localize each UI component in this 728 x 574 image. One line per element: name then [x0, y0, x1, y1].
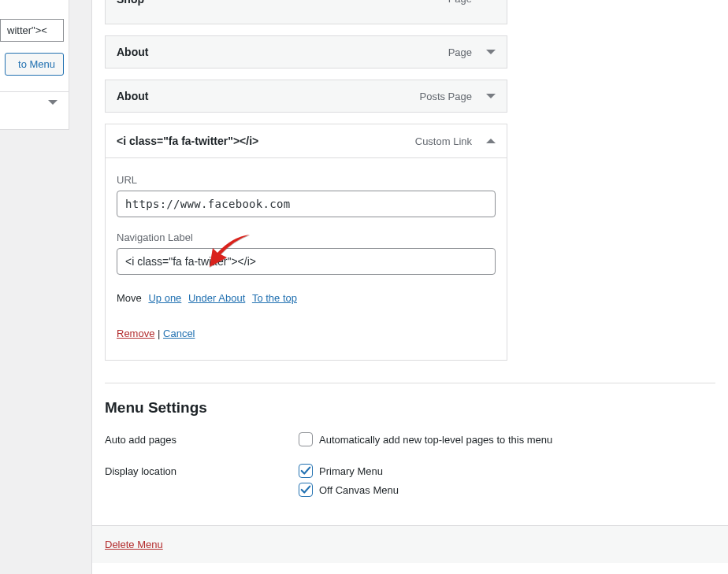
left-accordion-toggle[interactable]: [0, 91, 69, 129]
delete-menu-link[interactable]: Delete Menu: [105, 539, 163, 550]
menu-item-type: Custom Link: [415, 135, 472, 147]
url-input[interactable]: [117, 191, 496, 217]
move-under-link[interactable]: Under About: [188, 292, 245, 304]
navigation-label-label: Navigation Label: [117, 231, 496, 243]
chevron-up-icon[interactable]: [486, 139, 496, 143]
chevron-down-icon: [48, 100, 58, 117]
menu-item-about-page[interactable]: About Page: [105, 35, 507, 69]
off-canvas-menu-label: Off Canvas Menu: [319, 484, 399, 496]
auto-add-pages-label: Auto add pages: [105, 432, 299, 446]
item-actions: Remove | Cancel: [117, 328, 496, 339]
menu-item-custom-link-header[interactable]: <i class="fa fa-twitter"></i> Custom Lin…: [105, 124, 507, 158]
menu-item-type: Posts Page: [420, 91, 473, 102]
display-location-row: Display location Primary Menu Off Canvas…: [105, 464, 715, 502]
navigation-label-input[interactable]: [117, 248, 496, 275]
check-icon: [300, 484, 311, 495]
auto-add-pages-checkbox[interactable]: [299, 432, 313, 446]
chevron-down-icon[interactable]: [486, 50, 496, 54]
separator: |: [154, 328, 163, 339]
move-row: Move Up one Under About To the top: [117, 292, 496, 304]
display-location-label: Display location: [105, 464, 299, 477]
primary-menu-checkbox[interactable]: [299, 464, 313, 478]
check-icon: [300, 465, 311, 476]
remove-link[interactable]: Remove: [117, 328, 154, 339]
menu-footer: Delete Menu: [92, 525, 728, 563]
divider: [105, 383, 715, 383]
menu-item-title: <i class="fa fa-twitter"></i>: [117, 135, 415, 147]
menu-item-settings: URL Navigation Label Move Up one Under A…: [105, 158, 507, 361]
off-canvas-menu-checkbox[interactable]: [299, 483, 313, 497]
menu-item-title: Shop: [117, 0, 448, 6]
url-label: URL: [117, 174, 496, 186]
menu-item-type: Page: [448, 46, 472, 58]
menu-item-title: About: [117, 46, 448, 58]
menu-item-about-posts[interactable]: About Posts Page: [105, 80, 507, 113]
menu-item-title: About: [117, 90, 420, 102]
cancel-link[interactable]: Cancel: [163, 328, 195, 339]
primary-menu-label: Primary Menu: [319, 465, 383, 477]
chevron-down-icon[interactable]: [486, 94, 496, 98]
move-to-top-link[interactable]: To the top: [252, 292, 297, 304]
menu-structure-panel: Shop Page About Page About Posts Page <i…: [91, 0, 728, 574]
menu-settings-heading: Menu Settings: [105, 399, 715, 417]
move-up-one-link[interactable]: Up one: [148, 292, 181, 304]
auto-add-pages-row: Auto add pages Automatically add new top…: [105, 432, 715, 451]
menu-settings: Menu Settings Auto add pages Automatical…: [92, 399, 728, 502]
left-panel: witter">< to Menu: [0, 0, 69, 130]
move-label: Move: [117, 292, 142, 304]
add-to-menu-button[interactable]: to Menu: [5, 53, 64, 76]
menu-item-shop[interactable]: Shop Page: [105, 0, 507, 24]
custom-link-text-fragment[interactable]: witter"><: [0, 19, 64, 42]
menu-item-type: Page: [448, 0, 472, 5]
auto-add-pages-option: Automatically add new top-level pages to…: [319, 434, 552, 446]
